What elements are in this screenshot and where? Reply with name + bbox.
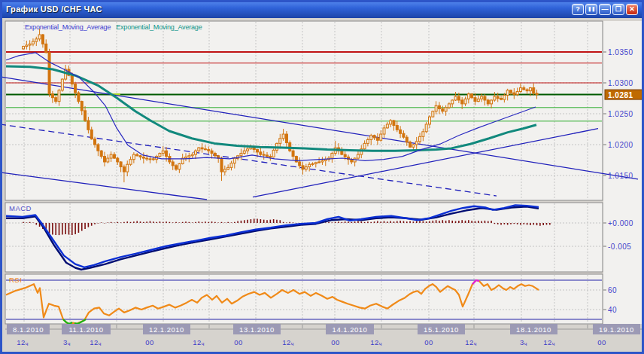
price-tick-label: 1.0300 [608, 79, 633, 87]
candle-body [471, 94, 473, 98]
time-label: 12ч [282, 338, 294, 346]
candle-body [503, 95, 506, 99]
candle-body [211, 151, 213, 153]
candle-body [185, 157, 187, 158]
price-tick-label: 1.0250 [608, 110, 633, 118]
time-label: 00 [331, 338, 340, 346]
rsi-panel-label: RSI [9, 276, 22, 284]
candle-body [240, 153, 242, 155]
candle-body [159, 153, 161, 156]
candle-body [370, 136, 372, 140]
price-tick-label: 1.0150 [608, 172, 633, 180]
candle-body [390, 121, 392, 124]
candle-body [523, 88, 525, 90]
candle-body [487, 100, 489, 104]
candle-body [48, 53, 50, 94]
candle-body [104, 157, 106, 162]
candle-body [409, 142, 412, 148]
candle-body [467, 94, 469, 99]
minimize-button[interactable]: — [599, 4, 611, 15]
candle-body [344, 154, 346, 157]
candle-body [324, 160, 327, 161]
candle-body [321, 160, 324, 162]
candle-body [536, 93, 538, 95]
candle-body [220, 158, 223, 172]
candle-body [191, 154, 193, 156]
time-label: 00 [234, 338, 243, 346]
candle-body [464, 99, 466, 104]
time-label: 12ч [193, 338, 205, 346]
candle-body [484, 96, 486, 100]
ema-fast-legend-label: Exponential_Moving_Average [25, 23, 111, 31]
time-label: 3ч [63, 338, 71, 346]
rsi-chart-panel[interactable] [5, 274, 603, 324]
candle-body [357, 154, 359, 158]
title-bar[interactable]: График USD /CHF ЧАС ?❚❚—❐✕ [0, 0, 644, 18]
date-label-box: 8.1.2010 [7, 324, 50, 334]
candle-body [513, 93, 515, 94]
time-label: 12ч [17, 338, 29, 346]
candle-body [208, 150, 210, 151]
main-chart-panel[interactable] [5, 21, 603, 200]
candle-body [227, 167, 229, 169]
candle-body [438, 105, 440, 108]
macd-chart-panel[interactable] [5, 203, 603, 272]
candle-body [35, 39, 38, 41]
current-price-tag: 1.0281 [605, 90, 642, 99]
candle-body [429, 117, 431, 124]
candle-body [406, 137, 408, 142]
candle-body [366, 139, 369, 143]
date-label-box: 13.1.2010 [233, 324, 281, 334]
candle-body [373, 136, 375, 138]
candle-body [454, 96, 457, 100]
candle-body [113, 154, 115, 158]
macd-tick-label: +0.000 [608, 219, 633, 227]
date-label: 11.1.2010 [68, 325, 103, 334]
candle-body [419, 136, 421, 142]
date-label: 12.1.2010 [149, 325, 184, 334]
price-tick-label: 1.0350 [608, 48, 633, 56]
candle-body [412, 145, 415, 147]
date-label-box: 11.1.2010 [62, 324, 111, 334]
candle-body [363, 143, 366, 148]
candle-body [152, 159, 154, 160]
candle-body [26, 45, 28, 47]
candle-body [263, 154, 265, 155]
chart-canvas[interactable]: 1.03501.03001.02501.02001.0150+0.000-0.0… [0, 0, 644, 354]
candle-body [166, 151, 168, 156]
macd-panel-label: MACD [9, 204, 32, 212]
candle-body [383, 128, 385, 134]
candle-body [55, 98, 57, 102]
candle-body [318, 162, 320, 163]
candle-body [107, 158, 109, 162]
pause-button[interactable]: ❚❚ [585, 4, 597, 15]
date-label: 19.1.2010 [599, 325, 634, 334]
candle-body [279, 139, 281, 144]
price-tick-label: 1.0200 [608, 141, 633, 149]
candle-body [162, 151, 164, 153]
candle-body [457, 96, 460, 100]
date-label-box: 15.1.2010 [418, 324, 465, 334]
candle-body [311, 163, 314, 164]
candle-body [146, 158, 148, 159]
candle-body [269, 157, 272, 157]
candle-body [399, 130, 402, 133]
window-controls: ?❚❚—❐✕ [572, 4, 644, 15]
candle-body [402, 133, 405, 137]
candle-body [230, 163, 232, 168]
close-button[interactable]: ✕ [626, 4, 638, 15]
candle-body [292, 151, 294, 156]
candle-body [442, 108, 444, 111]
candle-body [139, 156, 141, 157]
candle-body [90, 130, 93, 139]
candle-body [299, 162, 301, 166]
candle-body [477, 99, 479, 101]
help-button[interactable]: ? [572, 4, 584, 15]
candle-body [285, 134, 287, 142]
restore-button[interactable]: ❐ [612, 4, 624, 15]
candle-body [23, 47, 25, 49]
time-label: 00 [424, 338, 433, 346]
candle-body [393, 121, 395, 126]
candle-body [494, 96, 496, 100]
candle-body [120, 162, 122, 167]
